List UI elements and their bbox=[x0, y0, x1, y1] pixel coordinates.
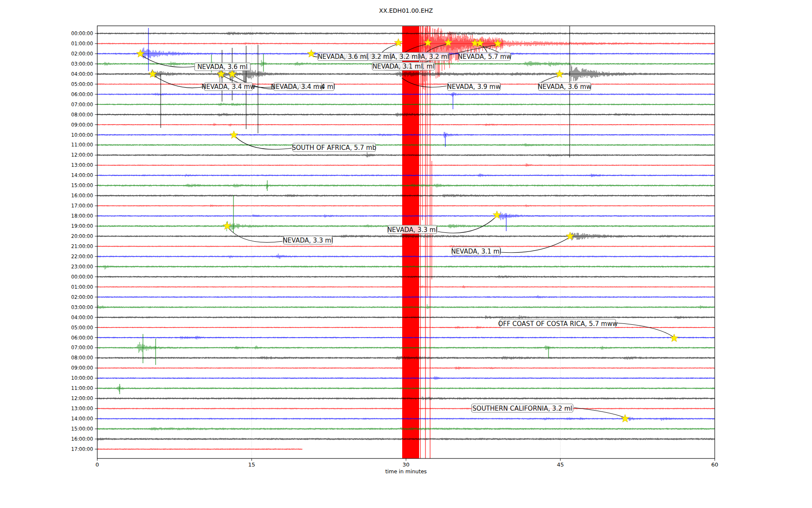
row-time-label: 02:00:00 bbox=[71, 51, 93, 57]
row-time-label: 03:00:00 bbox=[71, 61, 93, 67]
event-label: NEVADA, 3.1 ml bbox=[451, 247, 502, 255]
event-connector bbox=[540, 75, 559, 83]
clipped-event-band bbox=[402, 26, 419, 458]
row-time-label: 12:00:00 bbox=[71, 152, 93, 158]
row-time-label: 07:00:00 bbox=[71, 345, 93, 351]
event-label-text: NEVADA, 3.9 mw bbox=[447, 83, 501, 91]
event-label: NEVADA, 3.1 ml bbox=[372, 62, 423, 70]
event-star bbox=[621, 414, 629, 422]
plot-contents bbox=[97, 21, 715, 458]
row-time-label: 22:00:00 bbox=[71, 254, 93, 260]
row-time-label: 09:00:00 bbox=[71, 122, 93, 128]
row-time-label: 06:00:00 bbox=[71, 335, 93, 341]
event-label-text: NEVADA, 5.7 mw bbox=[458, 53, 512, 61]
x-tick-label: 0 bbox=[96, 461, 99, 468]
row-time-label: 01:00:00 bbox=[71, 41, 93, 47]
event-label: NEVADA, 3.3 ml bbox=[283, 236, 333, 244]
event-label: NEVADA, 3.6 ml bbox=[195, 63, 250, 71]
row-time-label: 02:00:00 bbox=[71, 294, 93, 300]
row-time-label: 16:00:00 bbox=[71, 436, 93, 442]
event-label-text: SOUTHERN CALIFORNIA, 3.2 ml bbox=[472, 405, 572, 412]
event-label-text: NEVADA, 3.3 ml bbox=[387, 226, 438, 234]
row-time-label: 17:00:00 bbox=[71, 203, 93, 209]
row-time-label: 14:00:00 bbox=[71, 172, 93, 178]
event-label: SOUTH OF AFRICA, 5.7 mb bbox=[292, 143, 376, 152]
row-time-label: 12:00:00 bbox=[71, 395, 93, 401]
event-label: NEVADA, 3.9 mw bbox=[447, 83, 501, 91]
event-label: NEVADA, 5.7 mw bbox=[458, 52, 512, 61]
event-connector bbox=[141, 55, 196, 67]
event-star bbox=[394, 39, 402, 46]
x-tick-label: 45 bbox=[557, 461, 564, 468]
event-star bbox=[555, 70, 563, 77]
event-connector bbox=[235, 136, 292, 149]
event-label-text: NEVADA, 3.4 mw bbox=[202, 83, 255, 91]
event-label-text: NEVADA, 3.6 ml bbox=[198, 63, 248, 71]
row-time-label: 00:00:00 bbox=[71, 30, 93, 36]
row-time-label: 20:00:00 bbox=[71, 233, 93, 239]
event-label-text: NEVADA, 3.4 mw bbox=[271, 83, 325, 91]
row-time-label: 00:00:00 bbox=[71, 274, 93, 280]
event-label-text: OFF COAST OF COSTA RICA, 5.7 mww bbox=[498, 320, 617, 328]
row-time-label: 15:00:00 bbox=[71, 182, 93, 188]
event-label: NEVADA, 3.6 ml bbox=[318, 52, 368, 61]
row-time-label: 21:00:00 bbox=[71, 243, 93, 249]
row-time-label: 11:00:00 bbox=[71, 385, 93, 391]
row-time-label: 10:00:00 bbox=[71, 132, 93, 138]
event-label: OFF COAST OF COSTA RICA, 5.7 mww bbox=[498, 319, 617, 328]
event-connector bbox=[228, 227, 283, 243]
row-time-label: 10:00:00 bbox=[71, 375, 93, 381]
row-time-label: 04:00:00 bbox=[71, 315, 93, 320]
row-time-label: 06:00:00 bbox=[71, 91, 93, 97]
event-label: NEVADA, 3.4 mw bbox=[271, 83, 325, 91]
row-time-label: 04:00:00 bbox=[71, 71, 93, 77]
row-time-label: 23:00:00 bbox=[71, 264, 93, 270]
event-star bbox=[136, 50, 144, 57]
row-time-label: 13:00:00 bbox=[71, 406, 93, 411]
row-time-label: 08:00:00 bbox=[71, 112, 93, 118]
event-star bbox=[230, 131, 238, 138]
x-tick-label: 30 bbox=[403, 461, 410, 468]
row-time-label: 13:00:00 bbox=[71, 162, 93, 168]
event-label-text: SOUTH OF AFRICA, 5.7 mb bbox=[292, 144, 376, 152]
row-time-label: 03:00:00 bbox=[71, 304, 93, 310]
event-label-text: NEVADA, 3.3 ml bbox=[283, 237, 333, 244]
row-time-label: 17:00:00 bbox=[71, 446, 93, 452]
event-label: SOUTHERN CALIFORNIA, 3.2 ml bbox=[472, 404, 573, 412]
event-connector bbox=[382, 44, 398, 52]
event-label: NEVADA, 3.6 mw bbox=[538, 83, 592, 91]
x-tick-label: 15 bbox=[248, 461, 255, 468]
row-time-label: 08:00:00 bbox=[71, 355, 93, 361]
x-tick-label: 60 bbox=[711, 461, 719, 468]
row-time-label: 15:00:00 bbox=[71, 426, 93, 432]
row-time-label: 11:00:00 bbox=[71, 142, 93, 148]
event-label: NEVADA, 3.4 mw bbox=[202, 83, 255, 91]
event-label-text: NEVADA, 3.6 mw bbox=[538, 83, 592, 91]
row-time-label: 14:00:00 bbox=[71, 416, 93, 422]
row-time-label: 18:00:00 bbox=[71, 213, 93, 219]
row-time-label: 19:00:00 bbox=[71, 223, 93, 229]
seismogram-plot: 01530456000:00:0001:00:0002:00:0003:00:0… bbox=[0, 0, 812, 508]
event-label: NEVADA, 3.3 ml bbox=[387, 225, 438, 234]
event-label-text: NEVADA, 3.6 ml bbox=[318, 53, 368, 61]
event-label-text: NEVADA, 3.1 ml bbox=[373, 63, 423, 70]
row-time-label: 07:00:00 bbox=[71, 102, 93, 108]
event-connector bbox=[154, 75, 206, 88]
event-connector bbox=[501, 237, 569, 253]
event-star bbox=[670, 334, 678, 342]
event-star bbox=[307, 50, 315, 57]
event-label-text: NEVADA, 3.1 ml bbox=[451, 248, 502, 255]
row-time-label: 05:00:00 bbox=[71, 81, 93, 87]
row-time-label: 05:00:00 bbox=[71, 325, 93, 331]
event-connector bbox=[438, 217, 496, 233]
event-connector bbox=[617, 323, 673, 337]
event-connector bbox=[574, 408, 624, 417]
row-time-label: 01:00:00 bbox=[71, 284, 93, 290]
row-time-label: 16:00:00 bbox=[71, 193, 93, 199]
row-time-label: 09:00:00 bbox=[71, 365, 93, 371]
